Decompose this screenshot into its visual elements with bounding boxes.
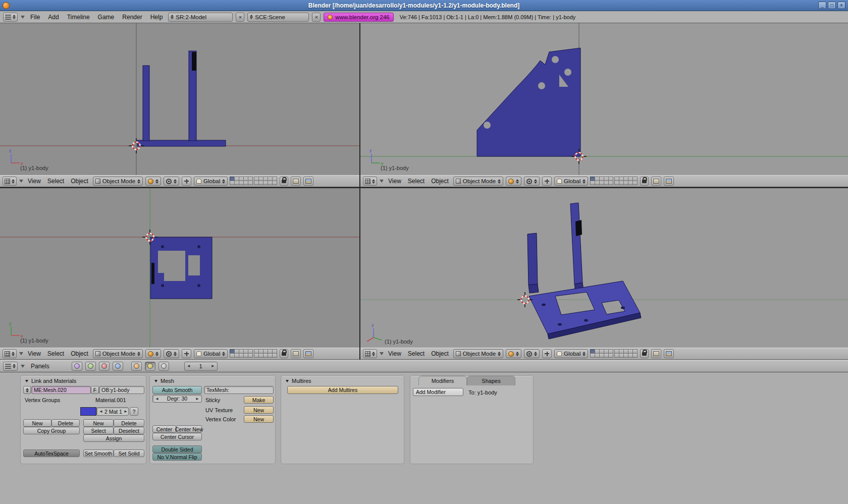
assign-button[interactable]: Assign (83, 434, 144, 442)
screen-clear-button[interactable]: × (236, 13, 244, 22)
viewport-shading-dropdown[interactable] (506, 349, 521, 358)
add-multires-button[interactable]: Add Multires (287, 386, 398, 394)
object-menu[interactable]: Object (69, 178, 90, 185)
fake-user-button[interactable]: F (91, 386, 99, 394)
sticky-make-button[interactable]: Make (244, 396, 274, 404)
viewport-shading-dropdown[interactable] (145, 349, 161, 358)
help-menu[interactable]: Help (148, 13, 166, 21)
lock-layers-button[interactable] (280, 177, 288, 186)
panel-collapse-icon[interactable] (154, 380, 157, 382)
header-collapse-icon[interactable] (19, 180, 23, 183)
object-name-field[interactable]: OB:y1-body (99, 386, 144, 394)
material-index-stepper[interactable]: ◄ 2 Mat 1 ► (96, 407, 129, 416)
pivot-dropdown[interactable] (164, 349, 179, 358)
auto-smooth-toggle[interactable]: Auto Smooth (152, 386, 202, 394)
degr-increment-icon[interactable]: ► (195, 397, 199, 401)
add-menu[interactable]: Add (45, 13, 61, 21)
center-cursor-button[interactable]: Center Cursor (152, 433, 202, 440)
editor-type-button[interactable] (363, 177, 377, 186)
transform-orientation-dropdown[interactable]: Global (194, 349, 228, 358)
context-scene-button[interactable] (158, 362, 169, 371)
material-delete-button[interactable]: Delete (114, 419, 144, 427)
transform-orientation-dropdown[interactable]: Global (554, 177, 588, 186)
panels-menu[interactable]: Panels (28, 363, 52, 370)
vertex-group-new-button[interactable]: New (23, 419, 51, 427)
select-menu[interactable]: Select (406, 178, 427, 185)
render-menu[interactable]: Render (120, 13, 144, 21)
editor-type-button[interactable] (3, 177, 17, 186)
panel-collapse-icon[interactable] (25, 380, 28, 382)
lock-layers-button[interactable] (640, 349, 649, 358)
manipulator-toggle[interactable] (542, 177, 552, 186)
double-sided-toggle[interactable]: Double Sided (152, 445, 202, 453)
view-menu[interactable]: View (26, 178, 43, 185)
mesh-object[interactable] (150, 237, 212, 299)
tab-modifiers[interactable]: Modifiers (418, 376, 467, 385)
scene-clear-button[interactable]: × (312, 13, 321, 22)
manipulator-toggle[interactable] (542, 349, 552, 358)
view-menu[interactable]: View (386, 350, 403, 357)
select-menu[interactable]: Select (45, 178, 66, 185)
scene-selector[interactable]: SCE:Scene (247, 13, 309, 22)
editor-type-button[interactable] (363, 349, 377, 358)
object-menu[interactable]: Object (429, 350, 451, 357)
context-script-button[interactable] (85, 362, 96, 371)
copy-group-button[interactable]: Copy Group (23, 427, 80, 434)
manipulator-toggle[interactable] (182, 349, 191, 358)
render-this-window-button[interactable] (664, 349, 674, 358)
render-this-window-button[interactable] (303, 177, 313, 186)
center-new-button[interactable]: Center New (176, 425, 202, 433)
header-collapse-icon[interactable] (21, 365, 25, 368)
file-menu[interactable]: File (28, 13, 42, 21)
material-help-button[interactable]: ? (130, 407, 138, 416)
pivot-dropdown[interactable] (524, 349, 540, 358)
degr-stepper[interactable]: ◄ Degr: 30 ► (152, 395, 202, 403)
pivot-dropdown[interactable] (164, 177, 179, 186)
render-preview-button[interactable] (651, 349, 661, 358)
maximize-button[interactable]: □ (828, 2, 836, 9)
viewport-side[interactable]: z y (1) y1-body View Select Object Objec… (360, 23, 848, 187)
mesh-object[interactable] (477, 48, 580, 156)
game-menu[interactable]: Game (95, 13, 117, 21)
header-collapse-icon[interactable] (380, 352, 384, 355)
viewport-top[interactable]: y x (1) y1-body View Select Object Objec… (0, 188, 359, 360)
lock-layers-button[interactable] (280, 349, 288, 358)
mesh-object[interactable] (137, 51, 226, 146)
mesh-datablock-browse-button[interactable] (23, 386, 31, 394)
layer-toggle[interactable] (272, 181, 277, 185)
pivot-dropdown[interactable] (524, 177, 540, 186)
viewport-shading-dropdown[interactable] (506, 177, 521, 186)
select-menu[interactable]: Select (406, 350, 427, 357)
context-world-button[interactable] (113, 362, 123, 371)
viewport-front[interactable]: z x (1) y1-body View Select Object Objec… (0, 23, 359, 187)
mode-dropdown[interactable]: Object Mode (93, 177, 143, 186)
editor-type-button[interactable] (3, 349, 17, 358)
render-this-window-button[interactable] (303, 349, 313, 358)
object-menu[interactable]: Object (429, 178, 451, 185)
autotexspace-toggle[interactable]: AutoTexSpace (23, 450, 80, 457)
layer-toggle[interactable] (608, 353, 613, 358)
mode-dropdown[interactable]: Object Mode (453, 177, 503, 186)
screen-selector[interactable]: SR:2-Model (168, 13, 233, 22)
degr-decrement-icon[interactable]: ◄ (155, 397, 159, 401)
material-prev-icon[interactable]: ◄ (99, 409, 103, 414)
transform-orientation-dropdown[interactable]: Global (554, 349, 588, 358)
mode-dropdown[interactable]: Object Mode (453, 349, 503, 358)
layer-toggle[interactable] (608, 181, 613, 185)
mode-dropdown[interactable]: Object Mode (93, 349, 143, 358)
header-collapse-icon[interactable] (19, 352, 23, 355)
set-smooth-button[interactable]: Set Smooth (83, 450, 114, 457)
viewport-front-canvas[interactable]: z x (1) y1-body (0, 23, 359, 175)
viewport-top-canvas[interactable]: y x (1) y1-body (0, 188, 359, 348)
render-preview-button[interactable] (651, 177, 661, 186)
context-editing-button[interactable] (145, 362, 155, 371)
viewport-side-canvas[interactable]: z y (1) y1-body (360, 23, 848, 175)
context-shading-button[interactable] (99, 362, 110, 371)
context-object-button[interactable] (131, 362, 142, 371)
uv-texture-new-button[interactable]: New (244, 406, 274, 414)
transform-orientation-dropdown[interactable]: Global (194, 177, 228, 186)
context-logic-button[interactable] (72, 362, 82, 371)
material-new-button[interactable]: New (83, 419, 114, 427)
vertex-color-new-button[interactable]: New (244, 415, 274, 423)
viewport-perspective[interactable]: z (1) y1-body View Select Object Object … (360, 188, 848, 360)
